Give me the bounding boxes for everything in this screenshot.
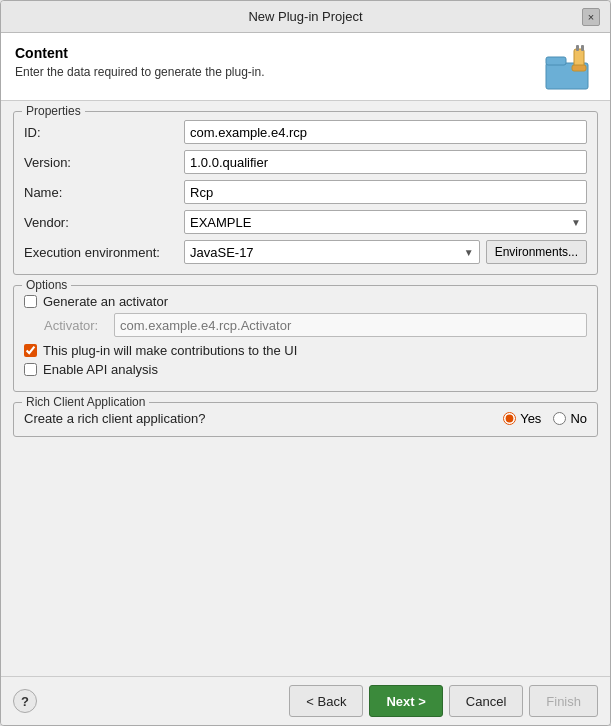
svg-rect-4 xyxy=(581,45,584,51)
rca-legend: Rich Client Application xyxy=(22,395,149,409)
footer-left: ? xyxy=(13,689,37,713)
content-header: Content Enter the data required to gener… xyxy=(1,33,610,101)
enable-api-checkbox[interactable] xyxy=(24,363,37,376)
version-input[interactable] xyxy=(184,150,587,174)
dialog: New Plug-in Project × Content Enter the … xyxy=(0,0,611,726)
properties-legend: Properties xyxy=(22,104,85,118)
finish-button[interactable]: Finish xyxy=(529,685,598,717)
rca-yes-radio[interactable] xyxy=(503,412,516,425)
close-button[interactable]: × xyxy=(582,8,600,26)
environments-button[interactable]: Environments... xyxy=(486,240,587,264)
exec-env-label: Execution environment: xyxy=(24,245,184,260)
svg-rect-3 xyxy=(576,45,579,51)
svg-rect-2 xyxy=(574,49,584,67)
enable-api-row: Enable API analysis xyxy=(24,362,587,377)
rca-question: Create a rich client application? xyxy=(24,411,503,426)
header-text: Content Enter the data required to gener… xyxy=(15,45,265,79)
main-area: Properties ID: Version: Name: Vendor: xyxy=(1,101,610,676)
name-label: Name: xyxy=(24,185,184,200)
vendor-select[interactable]: EXAMPLE xyxy=(184,210,587,234)
cancel-button[interactable]: Cancel xyxy=(449,685,523,717)
footer-buttons: < Back Next > Cancel Finish xyxy=(289,685,598,717)
rca-no-option[interactable]: No xyxy=(553,411,587,426)
options-legend: Options xyxy=(22,278,71,292)
id-row: ID: xyxy=(24,120,587,144)
rca-fieldset: Rich Client Application Create a rich cl… xyxy=(13,402,598,437)
svg-rect-1 xyxy=(546,57,566,65)
activator-row: Activator: xyxy=(44,313,587,337)
options-fieldset: Options Generate an activator Activator:… xyxy=(13,285,598,392)
contributions-label[interactable]: This plug-in will make contributions to … xyxy=(43,343,297,358)
generate-activator-row: Generate an activator xyxy=(24,294,587,309)
plugin-icon xyxy=(544,45,596,90)
version-label: Version: xyxy=(24,155,184,170)
vendor-select-wrap: EXAMPLE ▼ xyxy=(184,210,587,234)
exec-env-row: Execution environment: JavaSE-17 ▼ Envir… xyxy=(24,240,587,264)
rca-no-radio[interactable] xyxy=(553,412,566,425)
contributions-row: This plug-in will make contributions to … xyxy=(24,343,587,358)
activator-label: Activator: xyxy=(44,318,114,333)
name-input[interactable] xyxy=(184,180,587,204)
id-label: ID: xyxy=(24,125,184,140)
rca-yes-label: Yes xyxy=(520,411,541,426)
next-button[interactable]: Next > xyxy=(369,685,442,717)
svg-rect-5 xyxy=(572,65,586,71)
name-row: Name: xyxy=(24,180,587,204)
footer: ? < Back Next > Cancel Finish xyxy=(1,676,610,725)
help-button[interactable]: ? xyxy=(13,689,37,713)
rca-yes-option[interactable]: Yes xyxy=(503,411,541,426)
version-row: Version: xyxy=(24,150,587,174)
enable-api-label[interactable]: Enable API analysis xyxy=(43,362,158,377)
rca-radio-row: Create a rich client application? Yes No xyxy=(24,411,587,426)
generate-activator-checkbox[interactable] xyxy=(24,295,37,308)
rca-radio-group: Yes No xyxy=(503,411,587,426)
rca-no-label: No xyxy=(570,411,587,426)
title-bar: New Plug-in Project × xyxy=(1,1,610,33)
id-input[interactable] xyxy=(184,120,587,144)
properties-fieldset: Properties ID: Version: Name: Vendor: xyxy=(13,111,598,275)
vendor-label: Vendor: xyxy=(24,215,184,230)
activator-input xyxy=(114,313,587,337)
back-button[interactable]: < Back xyxy=(289,685,363,717)
contributions-checkbox[interactable] xyxy=(24,344,37,357)
header-heading: Content xyxy=(15,45,265,61)
vendor-row: Vendor: EXAMPLE ▼ xyxy=(24,210,587,234)
exec-env-select-wrap: JavaSE-17 ▼ xyxy=(184,240,480,264)
dialog-title: New Plug-in Project xyxy=(29,9,582,24)
exec-env-select[interactable]: JavaSE-17 xyxy=(184,240,480,264)
header-description: Enter the data required to generate the … xyxy=(15,65,265,79)
generate-activator-label[interactable]: Generate an activator xyxy=(43,294,168,309)
